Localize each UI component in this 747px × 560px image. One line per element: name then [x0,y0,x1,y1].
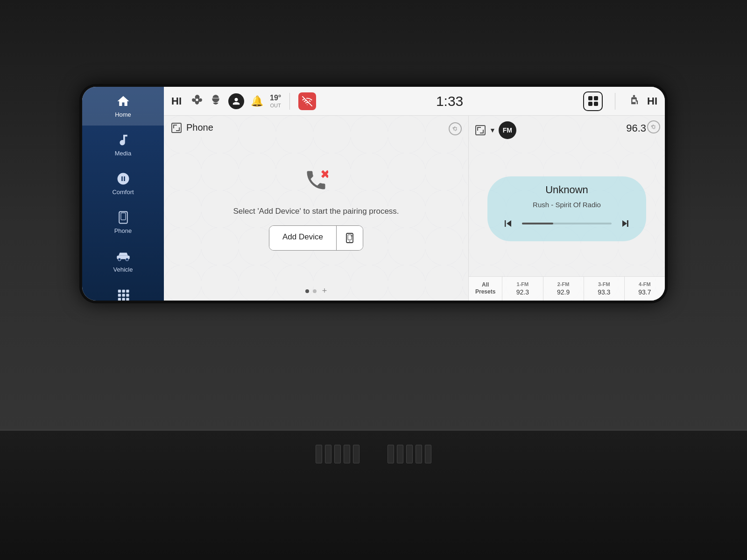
dot-1 [305,289,309,293]
vent-area [316,445,431,463]
svg-point-4 [126,258,128,261]
all-presets-button[interactable]: AllPresets [469,277,502,301]
svg-rect-10 [126,294,129,297]
vent-slot [406,445,413,463]
svg-point-14 [196,98,198,101]
svg-rect-9 [122,294,125,297]
preset-3-freq: 93.3 [598,288,610,296]
vent-slot [325,445,331,463]
svg-rect-1 [121,213,126,220]
vent-slot [397,445,403,463]
add-device-label: Add Device [269,226,336,250]
preset-2-fm[interactable]: 2-FM 92.9 [543,277,584,301]
profile-icon[interactable] [228,93,244,109]
sidebar-item-home[interactable]: Home [82,87,164,126]
status-divider-2 [615,93,615,110]
dashboard-lower [0,429,747,560]
vent-slot [344,445,350,463]
svg-rect-11 [118,298,120,301]
dashboard: Home Media Comfort [0,0,747,560]
progress-bar-fill [522,223,553,224]
sidebar-label-media: Media [115,150,131,157]
infotainment-screen: Home Media Comfort [79,84,668,303]
vent-slot [425,445,431,463]
svg-rect-5 [118,290,120,293]
svg-point-3 [118,258,120,261]
next-track-button[interactable] [619,215,632,232]
panel-pagination: + [164,281,468,301]
bell-icon[interactable]: 🔔 [251,95,263,107]
svg-rect-7 [126,290,129,293]
radio-header: ▼ FM 96.3 [469,116,665,142]
add-panel-button[interactable]: + [322,286,327,296]
missed-call-icon [304,168,328,197]
vent-slot [353,445,359,463]
phone-content: Select 'Add Device' to start the pairing… [164,137,468,281]
radio-content: Unknown Rush - Spirit Of Radio [469,142,665,276]
right-vent [388,445,431,463]
prev-track-button[interactable] [501,215,514,232]
preset-3-label: 3-FM [598,281,610,287]
sidebar: Home Media Comfort [82,87,164,301]
phone-panel-title: Phone [186,122,213,133]
add-device-phone-icon: + [337,226,363,250]
preset-all-label: AllPresets [475,281,495,296]
svg-rect-0 [119,212,127,224]
preset-3-fm[interactable]: 3-FM 93.3 [584,277,625,301]
dot-2 [313,289,317,293]
radio-settings-icon[interactable] [647,120,660,133]
track-artist: Rush - Spirit Of Radio [533,201,601,209]
radio-frequency: 96.3 [626,122,646,134]
sidebar-item-phone[interactable]: Phone [82,203,164,242]
sidebar-label-vehicle: Vehicle [113,266,133,273]
preset-1-label: 1-FM [517,281,529,287]
vent-slot [388,445,394,463]
preset-4-fm[interactable]: 4-FM 93.7 [625,277,665,301]
phone-panel: Phone [164,116,469,301]
preset-4-label: 4-FM [639,281,651,287]
radio-panel: ▼ FM 96.3 Unkn [469,116,665,301]
preset-2-label: 2-FM [557,281,570,287]
track-title: Unknown [545,184,588,196]
sidebar-item-vehicle[interactable]: Vehicle [82,242,164,280]
preset-2-freq: 92.9 [557,288,570,296]
seat-icon [627,93,641,109]
radio-expand-icon[interactable] [475,125,486,135]
status-bar: HI [164,87,665,116]
preset-1-fm[interactable]: 1-FM 92.3 [502,277,543,301]
fm-arrow-icon: ▼ [489,126,496,134]
svg-text:+: + [351,234,352,238]
progress-bar [522,223,612,224]
sidebar-item-comfort[interactable]: Comfort [82,164,164,203]
svg-rect-6 [122,290,125,293]
sidebar-label-home: Home [115,111,131,118]
screen-inner: Home Media Comfort [82,87,665,301]
vent-slot [416,445,422,463]
sidebar-item-media[interactable]: Media [82,126,164,164]
svg-rect-12 [122,298,125,301]
vent-slot [334,445,341,463]
fm-badge: ▼ FM [489,121,516,139]
grid-button[interactable] [583,91,603,111]
settings-icon[interactable] [449,122,462,135]
presets-row: AllPresets 1-FM 92.3 2-FM 92.9 [469,276,665,301]
preset-4-freq: 93.7 [638,288,651,296]
fan-icon [191,94,203,109]
now-playing-card: Unknown Rush - Spirit Of Radio [487,176,646,241]
heat-icon [210,94,222,108]
clock-display: 1:33 [326,93,573,109]
phone-panel-header: Phone [164,116,468,137]
expand-icon[interactable] [171,123,182,133]
media-controls [501,213,632,234]
svg-point-20 [349,241,350,242]
phone-instruction-text: Select 'Add Device' to start the pairing… [233,207,399,216]
content-area: Phone [164,116,665,301]
status-divider-1 [289,93,290,110]
left-vent [316,445,359,463]
temperature-display: 19° OUT [270,93,281,108]
add-device-button[interactable]: Add Device + [269,225,363,251]
vent-slot [316,445,322,463]
svg-rect-8 [118,294,120,297]
svg-point-15 [633,95,635,97]
sidebar-item-apps[interactable]: Apps [82,280,164,301]
